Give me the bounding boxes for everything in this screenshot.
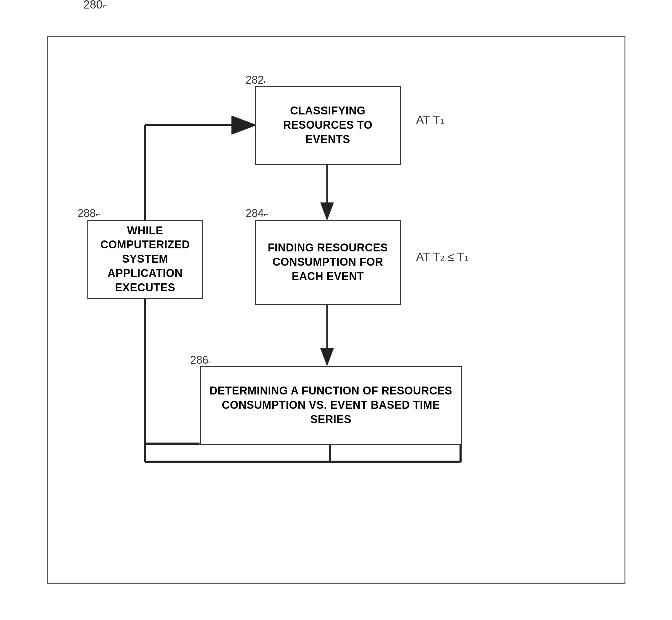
label-284: 284⌐ xyxy=(246,207,269,220)
box-284: FINDING RESOURCES CONSUMPTION FOR EACH E… xyxy=(255,220,401,305)
diagram-label-280: 280⌐ xyxy=(84,0,108,11)
label-282: 282⌐ xyxy=(246,74,269,87)
outer-box: 282⌐ CLASSIFYING RESOURCES TO EVENTS 284… xyxy=(47,36,625,584)
box-288: WHILE COMPUTERIZED SYSTEM APPLICATION EX… xyxy=(87,220,203,299)
page: 280⌐ xyxy=(16,13,656,607)
label-288: 288⌐ xyxy=(78,207,100,220)
box-282: CLASSIFYING RESOURCES TO EVENTS xyxy=(255,86,401,165)
at-t2-label: AT T₂ ≤ T₁ xyxy=(416,250,469,264)
label-286: 286⌐ xyxy=(190,354,213,366)
at-t1-label: AT T₁ xyxy=(416,113,444,126)
box-286: DETERMINING A FUNCTION OF RESOURCES CONS… xyxy=(200,366,462,445)
